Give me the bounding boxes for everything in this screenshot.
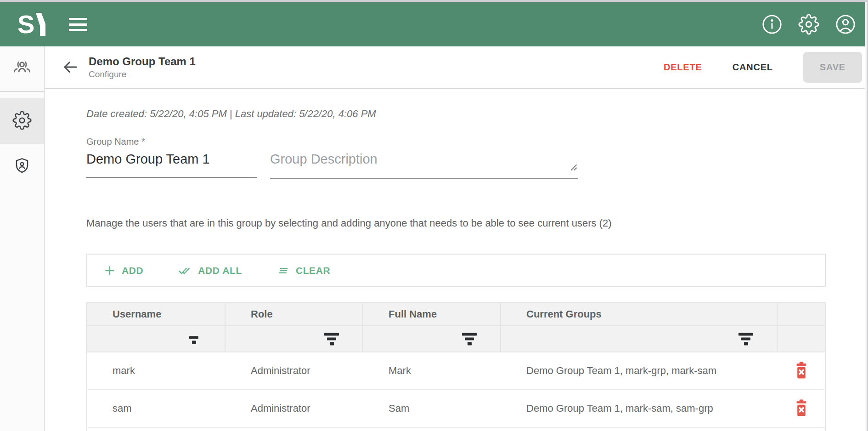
logo-letter: S	[17, 12, 34, 37]
sidebar-item-admin[interactable]	[0, 144, 44, 189]
app-window: S	[0, 0, 868, 431]
info-icon[interactable]	[761, 14, 783, 35]
done-all-icon	[178, 264, 192, 278]
cell-username: sam	[87, 390, 225, 427]
add-button-label: ADD	[122, 265, 143, 276]
table-row: mark Administrator Mark Demo Group Team …	[87, 352, 825, 390]
cell-role: Administrator	[225, 390, 363, 427]
app-bar: S	[0, 2, 868, 46]
sidebar-item-settings[interactable]	[0, 98, 44, 144]
cell-current-groups: Demo Group Team 1, mark-grp, mark-sam	[501, 352, 777, 390]
page-title: Demo Group Team 1	[89, 55, 196, 68]
gear-icon[interactable]	[798, 14, 819, 35]
table-row-partial	[87, 427, 825, 431]
account-icon[interactable]	[835, 14, 856, 35]
page-header: Demo Group Team 1 Configure DELETE CANCE…	[45, 46, 868, 89]
column-header-actions	[777, 303, 825, 326]
logo-mark	[36, 13, 45, 36]
remove-user-button[interactable]	[794, 399, 809, 419]
users-table: Username Role Full Name Current Groups	[86, 302, 826, 431]
group-name-input[interactable]	[86, 147, 257, 178]
cell-current-groups: Demo Group Team 1, mark-sam, sam-grp	[501, 390, 777, 427]
column-header-full-name: Full Name	[363, 303, 501, 326]
table-filter-row	[87, 326, 825, 352]
table-row: sam Administrator Sam Demo Group Team 1,…	[87, 390, 825, 427]
group-description-input[interactable]	[270, 147, 578, 179]
filter-icon[interactable]	[186, 334, 202, 344]
app-logo: S	[17, 12, 48, 37]
groups-icon	[11, 57, 33, 80]
add-button[interactable]: ADD	[104, 265, 143, 277]
column-header-role: Role	[225, 303, 363, 326]
shield-person-icon	[13, 157, 31, 177]
save-button[interactable]: SAVE	[803, 52, 862, 83]
trash-icon	[794, 374, 809, 381]
plus-icon	[104, 265, 116, 277]
hamburger-menu-icon[interactable]	[69, 18, 87, 31]
filter-icon[interactable]	[462, 333, 477, 345]
add-all-button-label: ADD ALL	[198, 265, 242, 276]
cell-full-name: Mark	[363, 352, 501, 390]
manage-users-description: Manage the users that are in this group …	[86, 217, 826, 229]
back-arrow-icon[interactable]	[62, 59, 79, 75]
scrollbar[interactable]	[865, 2, 868, 431]
clear-button[interactable]: CLEAR	[277, 264, 330, 277]
remove-user-button[interactable]	[794, 361, 809, 381]
cell-role: Administrator	[225, 352, 363, 390]
add-all-button[interactable]: ADD ALL	[178, 264, 242, 278]
table-header-row: Username Role Full Name Current Groups	[87, 303, 825, 326]
delete-button[interactable]: DELETE	[664, 62, 702, 73]
cancel-button[interactable]: CANCEL	[733, 62, 773, 73]
trash-icon	[794, 412, 809, 419]
cell-username: mark	[87, 352, 225, 390]
user-actions-toolbar: ADD ADD ALL	[86, 254, 826, 287]
left-sidebar	[0, 46, 45, 431]
clear-all-icon	[277, 264, 290, 277]
sidebar-item-groups[interactable]	[0, 46, 44, 92]
group-description-label-spacer	[270, 136, 578, 147]
filter-icon[interactable]	[324, 333, 339, 345]
date-meta-line: Date created: 5/22/20, 4:05 PM | Last up…	[86, 108, 826, 120]
cell-full-name: Sam	[363, 390, 501, 427]
gear-icon	[12, 111, 32, 132]
resize-handle-icon[interactable]	[569, 162, 578, 173]
column-header-username: Username	[87, 303, 225, 326]
page-subtitle: Configure	[89, 69, 196, 79]
group-name-label: Group Name *	[86, 136, 257, 147]
column-header-current-groups: Current Groups	[501, 303, 777, 326]
clear-button-label: CLEAR	[296, 265, 330, 276]
filter-icon[interactable]	[738, 333, 754, 345]
